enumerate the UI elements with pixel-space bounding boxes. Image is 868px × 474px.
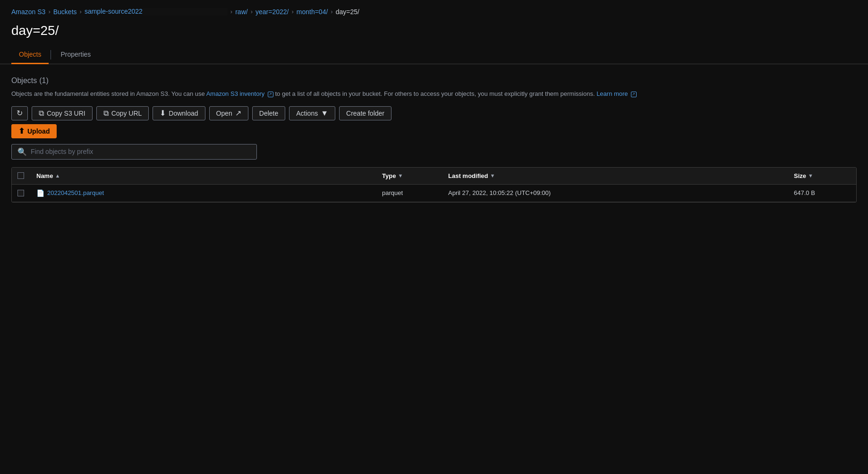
copy-url-icon: ⧉ <box>103 110 109 117</box>
select-all-checkbox[interactable] <box>17 172 24 179</box>
breadcrumb-month[interactable]: month=04/ <box>297 8 328 16</box>
inventory-link[interactable]: Amazon S3 inventory <box>206 90 265 97</box>
section-header: Objects (1) <box>11 76 857 85</box>
search-row: 🔍 <box>11 144 857 160</box>
row-type-cell: parquet <box>382 189 448 196</box>
refresh-icon: ↻ <box>17 110 23 117</box>
inventory-ext-icon <box>268 92 273 97</box>
col-header-last-modified[interactable]: Last modified ▼ <box>448 172 794 179</box>
tab-divider <box>51 50 51 59</box>
breadcrumb-amazon-s3[interactable]: Amazon S3 <box>11 8 45 16</box>
content-area: Objects (1) Objects are the fundamental … <box>0 64 868 214</box>
breadcrumb-sep-2: › <box>80 8 82 15</box>
open-ext-icon: ↗ <box>235 110 241 117</box>
breadcrumb-raw[interactable]: raw/ <box>235 8 247 16</box>
refresh-button[interactable]: ↻ <box>11 106 28 120</box>
name-sort-icon: ▲ <box>55 173 60 178</box>
size-sort-icon: ▼ <box>808 173 813 178</box>
breadcrumb-year[interactable]: year=2022/ <box>255 8 289 16</box>
actions-button[interactable]: Actions ▼ <box>289 106 335 120</box>
objects-table: Name ▲ Type ▼ Last modified ▼ Size ▼ <box>11 167 857 203</box>
search-input[interactable] <box>31 148 251 155</box>
button-row-1: ↻ ⧉ Copy S3 URI ⧉ Copy URL ⬇ Download Op… <box>11 106 857 120</box>
learn-more-link[interactable]: Learn more <box>596 90 628 97</box>
actions-chevron-icon: ▼ <box>321 110 328 117</box>
breadcrumb-sep-1: › <box>48 8 50 15</box>
row-name-cell: 📄 2022042501.parquet <box>36 189 382 197</box>
search-icon: 🔍 <box>17 147 27 156</box>
col-header-type[interactable]: Type ▼ <box>382 172 448 179</box>
page-title: day=25/ <box>0 19 868 46</box>
breadcrumb-sep-4: › <box>251 8 253 15</box>
tabs: Objects Properties <box>0 46 868 64</box>
table-header: Name ▲ Type ▼ Last modified ▼ Size ▼ <box>12 168 856 185</box>
download-button[interactable]: ⬇ Download <box>153 106 205 120</box>
type-sort-icon: ▼ <box>398 173 403 178</box>
last-modified-sort-icon: ▼ <box>490 173 495 178</box>
object-count: (1) <box>39 76 49 85</box>
breadcrumb-buckets[interactable]: Buckets <box>53 8 77 16</box>
row-last-modified-cell: April 27, 2022, 10:05:22 (UTC+09:00) <box>448 189 794 196</box>
copy-url-button[interactable]: ⧉ Copy URL <box>96 106 149 120</box>
copy-s3-uri-button[interactable]: ⧉ Copy S3 URI <box>32 106 93 120</box>
learn-more-ext-icon <box>631 92 637 97</box>
upload-icon: ⬆ <box>18 127 25 135</box>
delete-button[interactable]: Delete <box>252 106 285 120</box>
file-link[interactable]: 📄 2022042501.parquet <box>36 189 382 197</box>
breadcrumb-sep-5: › <box>291 8 293 15</box>
button-row-2: ⬆ Upload <box>11 124 857 138</box>
row-size-cell: 647.0 B <box>794 189 851 196</box>
search-box: 🔍 <box>11 144 257 160</box>
row-checkbox-cell <box>17 190 36 196</box>
breadcrumb-sep-3: › <box>230 8 232 15</box>
breadcrumb-day: day=25/ <box>336 8 359 16</box>
table-row: 📄 2022042501.parquet parquet April 27, 2… <box>12 185 856 202</box>
breadcrumb: Amazon S3 › Buckets › sample-source2022 … <box>0 0 868 19</box>
tab-properties[interactable]: Properties <box>53 46 98 64</box>
create-folder-button[interactable]: Create folder <box>339 106 391 120</box>
col-header-name[interactable]: Name ▲ <box>36 172 382 179</box>
download-icon: ⬇ <box>160 110 166 117</box>
tab-objects[interactable]: Objects <box>11 46 49 64</box>
copy-s3-icon: ⧉ <box>39 110 44 117</box>
file-icon: 📄 <box>36 189 44 197</box>
row-checkbox[interactable] <box>17 190 24 196</box>
breadcrumb-bucket-name[interactable]: sample-source2022 <box>85 8 228 16</box>
header-checkbox-cell <box>17 172 36 179</box>
col-header-size[interactable]: Size ▼ <box>794 172 851 179</box>
upload-button[interactable]: ⬆ Upload <box>11 124 57 138</box>
breadcrumb-sep-6: › <box>331 8 332 15</box>
section-description: Objects are the fundamental entities sto… <box>11 89 857 99</box>
open-button[interactable]: Open ↗ <box>209 106 248 120</box>
